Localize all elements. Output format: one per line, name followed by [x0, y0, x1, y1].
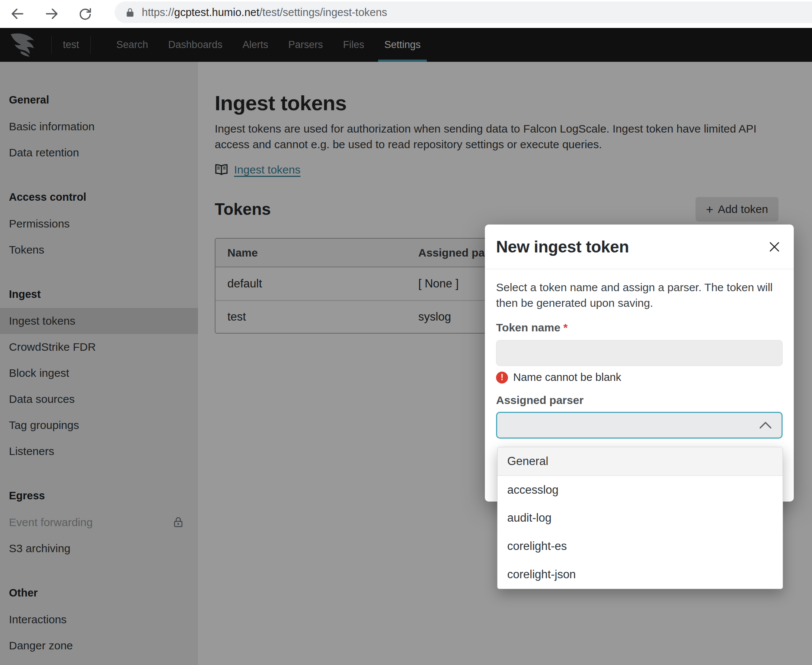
- app-window: https://gcptest.humio.net/test/settings/…: [0, 0, 812, 665]
- dropdown-option-audit-log[interactable]: audit-log: [498, 504, 783, 532]
- dropdown-option-general[interactable]: General: [498, 447, 783, 476]
- lock-icon: [125, 7, 135, 18]
- modal-body: Select a token name and assign a parser.…: [485, 280, 794, 439]
- assigned-parser-select[interactable]: [496, 412, 783, 439]
- back-arrow-icon: [10, 6, 25, 21]
- close-icon: [768, 240, 781, 254]
- browser-reload-button[interactable]: [77, 5, 94, 22]
- close-button[interactable]: [766, 239, 783, 255]
- dropdown-option-corelight-json[interactable]: corelight-json: [498, 560, 783, 589]
- url-text: https://gcptest.humio.net/test/settings/…: [142, 7, 387, 19]
- modal-header: New ingest token: [485, 224, 794, 269]
- error-message: Name cannot be blank: [513, 371, 621, 383]
- dropdown-option-corelight-es[interactable]: corelight-es: [498, 532, 783, 560]
- dropdown-option-accesslog[interactable]: accesslog: [498, 476, 783, 504]
- reload-icon: [78, 7, 93, 21]
- assigned-parser-label: Assigned parser: [496, 394, 783, 406]
- token-name-label: Token name*: [496, 321, 783, 334]
- forward-arrow-icon: [44, 6, 60, 21]
- chevron-up-icon: [759, 421, 772, 429]
- validation-error: ! Name cannot be blank: [496, 371, 783, 383]
- browser-back-button[interactable]: [9, 5, 26, 22]
- browser-forward-button[interactable]: [43, 5, 60, 22]
- error-icon: !: [496, 372, 508, 383]
- parser-dropdown-list: General accesslog audit-log corelight-es…: [497, 447, 783, 589]
- modal-description: Select a token name and assign a parser.…: [496, 280, 783, 311]
- browser-chrome: https://gcptest.humio.net/test/settings/…: [0, 0, 812, 28]
- address-bar[interactable]: https://gcptest.humio.net/test/settings/…: [114, 2, 812, 23]
- required-asterisk: *: [564, 321, 568, 334]
- modal-title: New ingest token: [496, 238, 629, 256]
- token-name-input[interactable]: [496, 340, 783, 366]
